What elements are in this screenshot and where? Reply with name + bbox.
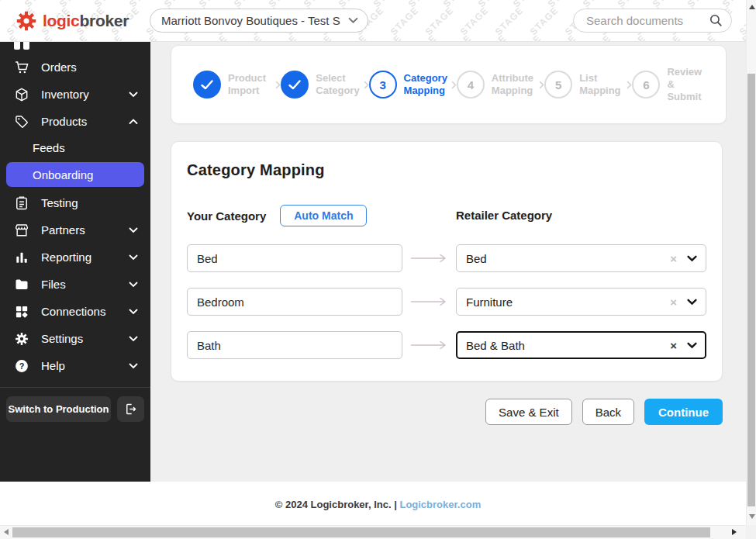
chevron-down-icon	[129, 282, 138, 288]
main-content: Product Import Select Category 3 Categor…	[150, 42, 746, 482]
vertical-scrollbar[interactable]	[746, 0, 756, 525]
horizontal-scroll-thumb[interactable]	[12, 527, 710, 537]
wizard-actions: Save & Exit Back Continue	[171, 399, 723, 425]
copyright-text: © 2024 Logicbroker, Inc. |	[275, 499, 397, 510]
your-category-input[interactable]	[187, 331, 402, 359]
switch-to-production-button[interactable]: Switch to Production	[6, 396, 111, 422]
onboarding-stepper: Product Import Select Category 3 Categor…	[171, 45, 727, 124]
logout-button[interactable]	[117, 396, 144, 422]
logicbroker-logo[interactable]: logicbroker	[16, 10, 129, 32]
chevron-down-icon	[129, 227, 138, 233]
step-label: Category Mapping	[404, 72, 451, 98]
sidebar-item-help[interactable]: ? Help	[0, 352, 150, 379]
back-button[interactable]: Back	[582, 399, 634, 425]
step-check-icon	[281, 71, 309, 98]
sidebar-item-label: Help	[41, 359, 65, 372]
step-label: Attribute Mapping	[492, 72, 539, 98]
step-label: Select Category	[316, 72, 363, 98]
scroll-right-arrow[interactable]	[732, 529, 737, 535]
logo-gear-icon	[16, 10, 37, 32]
sidebar: Orders Inventory Products Feeds Onboardi…	[0, 42, 150, 482]
logo-text: logicbroker	[43, 12, 129, 30]
step-select-category[interactable]: Select Category	[281, 71, 363, 98]
sidebar-item-inventory[interactable]: Inventory	[0, 81, 150, 108]
scroll-down-arrow[interactable]	[749, 514, 755, 519]
sidebar-item-testing[interactable]: Testing	[0, 189, 150, 216]
mapping-row: Bed & Bath ×	[187, 331, 706, 359]
chevron-down-icon[interactable]	[687, 299, 697, 306]
scroll-up-arrow[interactable]	[749, 5, 755, 9]
cart-icon	[14, 60, 29, 75]
dashboard-grid-icon[interactable]	[0, 42, 150, 50]
step-attribute-mapping[interactable]: 4 Attribute Mapping	[457, 71, 539, 98]
search-icon[interactable]	[709, 13, 723, 28]
chevron-down-icon[interactable]	[687, 255, 697, 262]
chevron-down-icon	[129, 363, 138, 369]
help-icon: ?	[14, 358, 29, 374]
blocks-icon	[14, 304, 29, 320]
step-list-mapping[interactable]: 5 List Mapping	[544, 71, 627, 98]
chevron-right-icon	[451, 81, 457, 89]
chevron-down-icon[interactable]	[687, 342, 697, 349]
retailer-category-select[interactable]: Furniture ×	[456, 288, 706, 316]
save-exit-button[interactable]: Save & Exit	[485, 399, 572, 425]
chevron-up-icon	[129, 119, 138, 125]
sidebar-item-label: Partners	[41, 223, 85, 237]
select-value: Bed & Bath	[466, 339, 670, 352]
continue-button[interactable]: Continue	[644, 399, 723, 425]
storefront-icon	[14, 223, 29, 238]
chevron-down-icon	[129, 92, 138, 98]
arrow-right-icon	[409, 340, 450, 350]
chevron-down-icon	[348, 17, 358, 24]
scroll-left-arrow[interactable]	[4, 529, 9, 535]
search-input[interactable]	[586, 14, 709, 27]
chevron-right-icon	[275, 81, 281, 89]
step-product-import[interactable]: Product Import	[193, 71, 275, 98]
clear-icon[interactable]: ×	[670, 252, 677, 265]
logout-icon	[123, 402, 138, 416]
sidebar-item-files[interactable]: Files	[0, 271, 150, 298]
your-category-label: Your Category	[187, 209, 266, 223]
sidebar-item-label: Connections	[41, 305, 105, 318]
clear-icon[interactable]: ×	[670, 295, 677, 309]
chevron-down-icon	[129, 336, 138, 342]
organization-selector[interactable]: Marriott Bonvoy Boutiques - Test S	[150, 9, 368, 33]
sidebar-item-partners[interactable]: Partners	[0, 216, 150, 244]
sidebar-item-label: Files	[41, 278, 66, 291]
step-number: 4	[457, 71, 485, 98]
sidebar-item-label: Feeds	[33, 141, 65, 154]
gear-icon	[14, 331, 29, 347]
folder-icon	[14, 277, 29, 292]
sidebar-footer: Switch to Production	[0, 387, 150, 422]
sidebar-item-connections[interactable]: Connections	[0, 298, 150, 325]
your-category-input[interactable]	[187, 244, 402, 272]
horizontal-scrollbar[interactable]	[0, 525, 746, 539]
sidebar-item-onboarding[interactable]: Onboarding	[6, 162, 144, 187]
logicbroker-link[interactable]: Logicbroker.com	[399, 499, 481, 510]
mapping-row: Bed ×	[187, 244, 706, 272]
clear-icon[interactable]: ×	[670, 339, 677, 352]
step-label: Product Import	[228, 72, 275, 98]
sidebar-item-settings[interactable]: Settings	[0, 325, 150, 352]
sidebar-item-products[interactable]: Products	[0, 108, 150, 135]
step-category-mapping[interactable]: 3 Category Mapping	[369, 71, 451, 98]
scrollbar-corner	[746, 525, 756, 539]
select-value: Bed	[466, 252, 670, 265]
retailer-category-select[interactable]: Bed & Bath ×	[456, 331, 706, 359]
step-label: Review & Submit	[667, 66, 704, 104]
sidebar-item-feeds[interactable]: Feeds	[0, 135, 150, 160]
step-number: 5	[544, 71, 572, 98]
sidebar-item-label: Inventory	[41, 88, 89, 101]
your-category-input[interactable]	[187, 288, 402, 316]
vertical-scroll-thumb[interactable]	[747, 74, 755, 506]
page-title: Category Mapping	[187, 161, 706, 179]
sidebar-item-orders[interactable]: Orders	[0, 54, 150, 81]
step-review-submit[interactable]: 6 Review & Submit	[632, 66, 704, 104]
search-box[interactable]	[573, 9, 732, 33]
tag-icon	[14, 114, 29, 130]
sidebar-item-reporting[interactable]: Reporting	[0, 244, 150, 271]
footer: © 2024 Logicbroker, Inc. | Logicbroker.c…	[0, 482, 756, 525]
retailer-category-select[interactable]: Bed ×	[456, 244, 706, 272]
auto-match-button[interactable]: Auto Match	[280, 205, 367, 226]
category-mapping-card: Category Mapping Your Category Auto Matc…	[171, 141, 723, 382]
